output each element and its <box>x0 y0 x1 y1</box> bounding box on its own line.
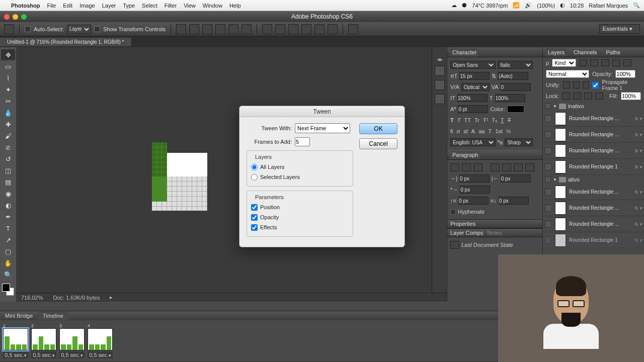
channels-tab[interactable]: Channels <box>572 48 599 56</box>
layer-item[interactable]: Rounded Rectangle ...fx ▾ <box>543 143 644 159</box>
type-tool[interactable]: T <box>1 223 15 234</box>
align-icon[interactable] <box>242 24 252 34</box>
opacity-checkbox[interactable] <box>251 214 258 221</box>
filter-kind[interactable]: Kind <box>552 59 576 67</box>
selected-layers-radio[interactable] <box>251 174 258 180</box>
tracking[interactable] <box>501 83 531 91</box>
clock[interactable]: 10:28 <box>570 3 584 9</box>
menu-view[interactable]: View <box>184 3 196 9</box>
visibility-icon[interactable] <box>545 163 552 170</box>
move-tool[interactable]: ✥ <box>1 49 15 60</box>
healing-tool[interactable]: ✚ <box>1 119 15 130</box>
visibility-icon[interactable] <box>545 115 552 122</box>
distribute-icon[interactable] <box>328 24 338 34</box>
layer-item[interactable]: Rounded Rectangle 1fx ▾ <box>543 232 644 248</box>
layer-item[interactable]: Rounded Rectangle ...fx ▾ <box>543 127 644 143</box>
menu-select[interactable]: Select <box>142 3 157 9</box>
justify-right[interactable] <box>514 163 523 171</box>
mini-bridge-tab[interactable]: Mini Bridge <box>0 312 38 320</box>
frame-thumb[interactable]: 4 0,5 sec.▾ <box>88 323 113 358</box>
font-style[interactable]: Italic <box>498 61 533 69</box>
leading[interactable] <box>498 72 528 80</box>
auto-select-checkbox[interactable] <box>25 26 31 32</box>
anti-alias[interactable]: Sharp <box>505 138 533 146</box>
ok-button[interactable]: OK <box>359 123 397 134</box>
hand-tool[interactable]: ✋ <box>1 257 15 268</box>
align-icon[interactable] <box>176 24 186 34</box>
unify-position-icon[interactable] <box>563 81 570 88</box>
visibility-icon[interactable] <box>545 205 552 212</box>
app-name[interactable]: Photoshop <box>11 3 40 9</box>
pen-tool[interactable]: ✒ <box>1 211 15 222</box>
properties-tab[interactable]: Properties <box>450 221 475 227</box>
wand-tool[interactable]: ✦ <box>1 84 15 95</box>
history-brush-tool[interactable]: ↺ <box>1 153 15 164</box>
tween-with-dropdown[interactable]: Next Frame <box>295 123 350 133</box>
eraser-tool[interactable]: ◫ <box>1 165 15 176</box>
lasso-tool[interactable]: ⌇ <box>1 72 15 83</box>
visibility-icon[interactable] <box>545 147 552 154</box>
font-size[interactable] <box>459 72 490 80</box>
align-icon[interactable] <box>189 24 199 34</box>
blur-tool[interactable]: ◉ <box>1 188 15 199</box>
frames-to-add-input[interactable] <box>295 137 310 146</box>
menu-edit[interactable]: Edit <box>63 3 72 9</box>
indent-first[interactable] <box>460 186 490 194</box>
align-right[interactable] <box>473 163 482 171</box>
effects-checkbox[interactable] <box>251 224 258 231</box>
distribute-icon[interactable] <box>275 24 285 34</box>
stamp-tool[interactable]: ⎚ <box>1 142 15 153</box>
layer-item[interactable]: Rounded Rectangle 1fx ▾ <box>543 159 644 175</box>
document-tab[interactable]: Untitled-1 @ 716% (Rounded Rectangle 1, … <box>0 38 132 46</box>
justify-left[interactable] <box>491 163 500 171</box>
visibility-icon[interactable] <box>545 131 552 138</box>
workspace-dropdown[interactable]: Essentials ▾ <box>599 24 640 34</box>
close-button[interactable] <box>4 14 10 20</box>
blend-mode[interactable]: Normal <box>546 70 589 78</box>
layers-tab[interactable]: Layers <box>546 48 567 56</box>
distribute-icon[interactable] <box>288 24 298 34</box>
volume-icon[interactable]: 🔊 <box>525 2 532 9</box>
wifi-icon[interactable]: 📶 <box>513 2 520 9</box>
history-icon[interactable] <box>435 66 445 76</box>
distribute-icon[interactable] <box>314 24 325 34</box>
zoom-level[interactable]: 716,02% <box>21 295 43 301</box>
propagate-checkbox[interactable] <box>592 82 599 88</box>
unify-visibility-icon[interactable] <box>573 81 580 88</box>
layer-item[interactable]: Rounded Rectangle ...fx ▾ <box>543 216 644 232</box>
text-color-swatch[interactable] <box>507 106 524 113</box>
all-layers-radio[interactable] <box>251 164 258 170</box>
baseline[interactable] <box>458 105 488 113</box>
gradient-tool[interactable]: ▤ <box>1 176 15 188</box>
doc-size[interactable]: Doc: 1,63K/0 bytes <box>53 295 100 301</box>
actions-icon[interactable] <box>435 80 445 90</box>
notes-tab[interactable]: Notes <box>487 230 502 236</box>
unify-style-icon[interactable] <box>583 81 589 88</box>
distribute-icon[interactable] <box>262 24 272 34</box>
align-center[interactable] <box>462 163 471 171</box>
path-tool[interactable]: ↗ <box>1 234 15 245</box>
layer-item[interactable]: Rounded Rectangle ...fx ▾ <box>543 184 644 200</box>
frame-thumb[interactable]: 2 0,5 sec.▾ <box>31 323 56 358</box>
menu-file[interactable]: File <box>47 3 56 9</box>
cancel-button[interactable]: Cancel <box>359 138 397 149</box>
show-transform-checkbox[interactable] <box>94 26 100 32</box>
align-icon[interactable] <box>202 24 212 34</box>
menu-window[interactable]: Window <box>203 3 222 9</box>
layer-group[interactable]: ▼ativo <box>543 175 644 184</box>
menu-filter[interactable]: Filter <box>165 3 177 9</box>
justify-all[interactable] <box>525 163 534 171</box>
visibility-icon[interactable] <box>545 237 552 244</box>
visibility-icon[interactable] <box>545 189 552 196</box>
layer-group[interactable]: ▼inativo <box>543 102 644 111</box>
dropbox-icon[interactable]: ⬢ <box>462 2 467 9</box>
layer-comps-tab[interactable]: Layer Comps <box>450 230 483 236</box>
lock-all-icon[interactable] <box>595 93 603 100</box>
3d-icon[interactable] <box>348 24 358 34</box>
spotlight-icon[interactable]: 🔍 <box>633 2 640 9</box>
align-icon[interactable] <box>228 24 238 34</box>
tool-presets-icon[interactable] <box>435 94 445 104</box>
menu-layer[interactable]: Layer <box>102 3 116 9</box>
hscale[interactable] <box>495 94 525 102</box>
indent-right[interactable] <box>501 174 531 183</box>
